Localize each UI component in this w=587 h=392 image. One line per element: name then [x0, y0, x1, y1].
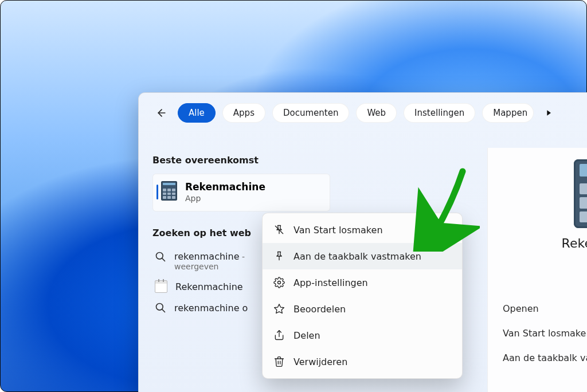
- filter-label: Instellingen: [414, 108, 464, 118]
- detail-action-open[interactable]: Openen: [498, 296, 587, 321]
- trash-icon: [273, 355, 285, 368]
- detail-action-unpin-start[interactable]: Van Start losmaken: [498, 321, 587, 346]
- filter-label: Mappen: [493, 108, 527, 118]
- ctx-delete[interactable]: Verwijderen: [263, 348, 462, 375]
- filter-all[interactable]: Alle: [178, 103, 216, 123]
- filter-label: Documenten: [283, 108, 338, 118]
- search-icon: [155, 251, 166, 262]
- ctx-review[interactable]: Beoordelen: [263, 296, 462, 322]
- web-result-label: rekenmachine o: [174, 303, 248, 313]
- arrow-left-icon: [156, 107, 167, 119]
- svg-point-9: [278, 281, 281, 284]
- svg-line-3: [162, 258, 165, 261]
- best-match-item[interactable]: Rekenmachine App: [152, 174, 330, 211]
- calculator-icon: [161, 181, 177, 201]
- ctx-app-settings[interactable]: App-instellingen: [263, 269, 462, 296]
- desktop-background: Alle Apps Documenten Web Instellingen Ma…: [0, 0, 587, 392]
- filters-overflow[interactable]: [544, 108, 553, 117]
- filter-web[interactable]: Web: [356, 103, 397, 123]
- filter-label: Apps: [233, 108, 255, 118]
- detail-action-pin-taskbar[interactable]: Aan de taakbalk vastmaken: [498, 346, 587, 370]
- filter-settings[interactable]: Instellingen: [404, 103, 475, 123]
- section-best-match: Beste overeenkomst: [152, 155, 330, 166]
- web-result-label: Rekenmachine: [175, 281, 243, 292]
- best-match-kind: App: [185, 194, 265, 203]
- filter-apps[interactable]: Apps: [222, 103, 265, 123]
- filter-label: Web: [367, 108, 386, 118]
- star-icon: [273, 303, 285, 315]
- ctx-label: Beoordelen: [294, 304, 346, 315]
- filter-bar: Alle Apps Documenten Web Instellingen Ma…: [152, 103, 587, 123]
- detail-title: Rekenmachine: [488, 236, 587, 250]
- ctx-share[interactable]: Delen: [263, 322, 462, 348]
- search-icon: [155, 302, 166, 313]
- caret-right-icon: [544, 108, 553, 117]
- best-match-name: Rekenmachine: [185, 181, 265, 193]
- ctx-label: Van Start losmaken: [294, 225, 383, 236]
- detail-pane: Rekenmachine App Openen Van Start losmak…: [487, 148, 587, 392]
- ctx-pin-taskbar[interactable]: Aan de taakbalk vastmaken: [263, 243, 462, 269]
- svg-line-5: [162, 309, 165, 312]
- back-button[interactable]: [152, 104, 171, 122]
- suffix: -: [240, 252, 245, 261]
- context-menu: Van Start losmaken Aan de taakbalk vastm…: [262, 213, 463, 379]
- unpin-icon: [273, 224, 285, 236]
- gear-icon: [273, 276, 285, 289]
- ctx-unpin-start[interactable]: Van Start losmaken: [263, 217, 462, 243]
- detail-subtitle: App: [488, 252, 587, 262]
- filter-documents[interactable]: Documenten: [272, 103, 349, 123]
- pin-icon: [273, 250, 285, 262]
- filter-folders[interactable]: Mappen: [482, 103, 534, 123]
- detail-actions: Openen Van Start losmaken Aan de taakbal…: [488, 296, 587, 370]
- svg-marker-10: [275, 304, 284, 313]
- ctx-label: Delen: [294, 330, 320, 341]
- ctx-label: Verwijderen: [294, 356, 347, 367]
- svg-marker-1: [547, 110, 551, 115]
- share-icon: [273, 329, 285, 342]
- calculator-icon: [574, 159, 588, 228]
- web-result-sub: weergeven: [174, 262, 245, 271]
- ctx-label: Aan de taakbalk vastmaken: [294, 251, 421, 262]
- calendar-icon: [155, 280, 167, 293]
- filter-label: Alle: [189, 108, 205, 118]
- ctx-label: App-instellingen: [294, 277, 368, 288]
- web-result-label: rekenmachine: [174, 251, 240, 262]
